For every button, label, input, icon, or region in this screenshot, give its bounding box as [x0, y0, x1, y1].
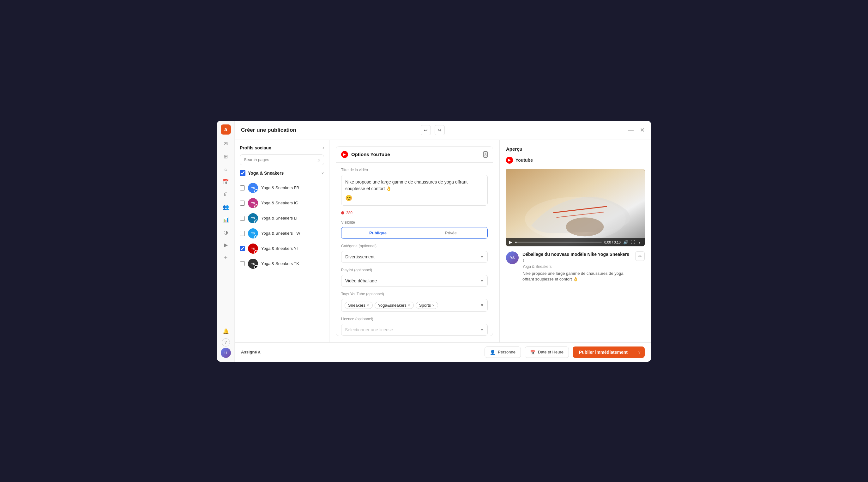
- avatar: YS f: [248, 183, 258, 193]
- tag-remove-sneakers[interactable]: ×: [367, 303, 369, 307]
- preview-title: Aperçu: [506, 146, 645, 152]
- sidebar-title: Profils sociaux: [240, 145, 271, 150]
- modal: Créer une publication ↩ ↪ — ✕ Profils so…: [235, 121, 651, 362]
- person-label: Personne: [498, 350, 516, 354]
- profile-checkbox-yt[interactable]: [240, 246, 245, 251]
- video-title-textarea[interactable]: Nike propose une large gamme de chaussur…: [341, 175, 488, 206]
- category-label: Catégorie (optionnel): [341, 244, 488, 248]
- char-count-indicator: [341, 211, 344, 214]
- date-label: Date et Heure: [538, 350, 563, 354]
- list-item: YS in Yoga & Sneakers LI: [240, 211, 324, 225]
- video-nav-icon[interactable]: ▶: [220, 239, 231, 251]
- undo-button[interactable]: ↩: [421, 125, 431, 135]
- license-select[interactable]: [341, 324, 488, 336]
- more-button[interactable]: ⋮: [638, 240, 642, 244]
- analytics-icon[interactable]: ⌕: [220, 163, 231, 175]
- close-button[interactable]: ✕: [640, 127, 645, 133]
- video-thumbnail-svg: [506, 169, 645, 247]
- search-input[interactable]: [244, 157, 315, 162]
- minimize-button[interactable]: —: [628, 127, 633, 133]
- assign-person-button[interactable]: 👤 Personne: [485, 347, 521, 358]
- assigned-label: Assigné à: [241, 350, 260, 354]
- video-controls: ▶ 0:00 / 0:10 🔊 ⛶ ⋮: [506, 238, 645, 246]
- group-label: Yoga & Sneakers: [248, 171, 319, 176]
- profile-name-ig: Yoga & Sneakers IG: [261, 201, 298, 205]
- list-item: YS ▶ Yoga & Sneakers YT: [240, 242, 324, 255]
- list-item: YS ♪ Yoga & Sneakers TK: [240, 257, 324, 271]
- dashboard-icon[interactable]: ◑: [220, 227, 231, 238]
- group-checkbox[interactable]: [240, 170, 245, 176]
- chart-icon[interactable]: 📊: [220, 214, 231, 225]
- group-row: Yoga & Sneakers ∨: [240, 169, 324, 177]
- visibility-publique-button[interactable]: Publique: [341, 228, 414, 239]
- profile-checkbox-li[interactable]: [240, 216, 245, 221]
- video-thumbnail: [506, 169, 645, 247]
- app-logo: a: [221, 124, 231, 134]
- help-icon[interactable]: ?: [222, 338, 230, 347]
- profile-checkbox-tw[interactable]: [240, 231, 245, 236]
- volume-button[interactable]: 🔊: [623, 240, 628, 244]
- license-field: Licence (optionnel) Sélectionner une lic…: [341, 317, 488, 336]
- play-button[interactable]: ▶: [509, 240, 512, 244]
- tags-dropdown-button[interactable]: ▼: [480, 303, 484, 308]
- left-navigation: a ✉ ⊞ ⌕ 📅 🗓 👥 📊 ◑ ▶ + 🔔 ? U: [217, 121, 235, 362]
- avatar: YS in: [248, 213, 258, 223]
- tag-label-yogasneakers: Yoga&sneakers: [378, 303, 407, 308]
- tags-container[interactable]: Sneakers × Yoga&sneakers × Sports ×: [341, 299, 488, 312]
- video-progress-fill: [515, 242, 517, 243]
- tag-remove-yogasneakers[interactable]: ×: [408, 303, 410, 307]
- playlist-field: Playlist (optionnel) Vidéo déballage Tut…: [341, 268, 488, 287]
- playlist-select[interactable]: Vidéo déballage Tutoriels: [341, 275, 488, 287]
- list-item: YS 📷 Yoga & Sneakers IG: [240, 196, 324, 210]
- category-select-wrapper: Divertissement Sports Musique Éducation …: [341, 251, 488, 263]
- youtube-icon: ▶: [341, 151, 348, 158]
- video-time: 0:00 / 0:10: [604, 240, 621, 244]
- platform-badge-tw: 𝕏: [254, 235, 258, 239]
- license-label: Licence (optionnel): [341, 317, 488, 321]
- group-chevron-icon[interactable]: ∨: [321, 171, 324, 175]
- post-content: Déballage du nouveau modèle Nike Yoga Sn…: [522, 251, 631, 282]
- post-desc: Nike propose une large gamme de chaussur…: [522, 271, 631, 282]
- post-account: Yoga & Sneakers: [522, 264, 631, 269]
- grid-icon[interactable]: ⊞: [220, 151, 231, 162]
- app-container: a ✉ ⊞ ⌕ 📅 🗓 👥 📊 ◑ ▶ + 🔔 ? U Créer une pu…: [217, 121, 651, 362]
- modal-header: Créer une publication ↩ ↪ — ✕: [235, 121, 651, 140]
- preview-panel: Aperçu ▶ Youtube: [499, 140, 651, 342]
- visibility-privee-button[interactable]: Privée: [414, 228, 487, 239]
- options-header-left: ▶ Options YouTube: [341, 151, 390, 158]
- tag-remove-sports[interactable]: ×: [432, 303, 435, 307]
- options-collapse-button[interactable]: ∧: [483, 151, 488, 158]
- add-icon[interactable]: +: [220, 252, 231, 264]
- schedule-date-button[interactable]: 📅 Date et Heure: [525, 347, 569, 358]
- profile-checkbox-tk[interactable]: [240, 261, 245, 266]
- publish-dropdown-button[interactable]: ∨: [634, 347, 645, 358]
- redo-button[interactable]: ↪: [435, 125, 445, 135]
- category-select[interactable]: Divertissement Sports Musique Éducation: [341, 251, 488, 263]
- user-avatar[interactable]: U: [221, 348, 231, 358]
- tags-field: Tags YouTube (optionnel) Sneakers × Yoga…: [341, 292, 488, 312]
- emoji-button[interactable]: 😊: [345, 194, 352, 202]
- calendar2-icon[interactable]: 🗓: [220, 189, 231, 200]
- post-edit-button[interactable]: ✏: [635, 251, 645, 261]
- publish-button[interactable]: Publier immédiatement: [573, 347, 634, 358]
- send-icon[interactable]: ✉: [220, 138, 231, 150]
- calendar-icon[interactable]: 📅: [220, 176, 231, 188]
- fullscreen-button[interactable]: ⛶: [631, 240, 635, 244]
- tags-label: Tags YouTube (optionnel): [341, 292, 488, 296]
- profile-name-li: Yoga & Sneakers LI: [261, 216, 297, 220]
- video-title-text: Nike propose une large gamme de chaussur…: [345, 179, 484, 192]
- bell-icon[interactable]: 🔔: [220, 326, 231, 337]
- people-icon[interactable]: 👥: [220, 202, 231, 213]
- search-box: ⌕: [240, 154, 324, 165]
- profile-checkbox-fb[interactable]: [240, 185, 245, 190]
- profile-checkbox-ig[interactable]: [240, 201, 245, 206]
- visibility-toggle: Publique Privée: [341, 227, 488, 239]
- social-profiles-sidebar: Profils sociaux ‹ ⌕ Yoga & Sneakers ∨: [235, 140, 330, 342]
- main-content: ▶ Options YouTube ∧ Titre de la vidéo Ni…: [330, 140, 499, 342]
- preview-platform-label: Youtube: [516, 158, 533, 163]
- platform-badge-ig: 📷: [254, 204, 258, 208]
- video-progress[interactable]: [515, 242, 602, 243]
- profile-name-tw: Yoga & Sneakers TW: [261, 231, 300, 236]
- sidebar-collapse-button[interactable]: ‹: [322, 145, 324, 151]
- list-item: YS 𝕏 Yoga & Sneakers TW: [240, 227, 324, 240]
